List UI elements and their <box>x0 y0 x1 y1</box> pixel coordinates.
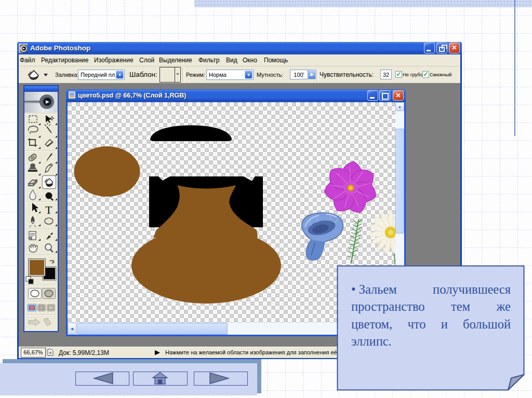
svg-text:T: T <box>45 203 52 216</box>
